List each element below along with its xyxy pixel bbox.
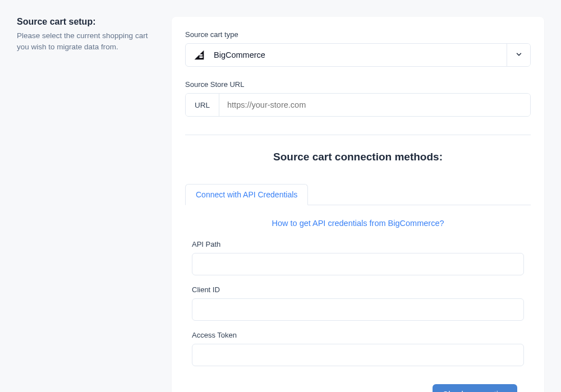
- access-token-label: Access Token: [192, 331, 524, 339]
- tab-content-api: How to get API credentials from BigComme…: [185, 205, 531, 392]
- cart-type-label: Source cart type: [185, 30, 531, 39]
- cart-type-select-main[interactable]: BigCommerce: [186, 44, 507, 66]
- cart-type-select[interactable]: BigCommerce: [185, 43, 531, 67]
- store-url-row: URL: [185, 93, 531, 117]
- api-path-label: API Path: [192, 240, 524, 248]
- tab-api-credentials[interactable]: Connect with API Credentials: [185, 184, 308, 205]
- cart-type-dropdown-toggle[interactable]: [507, 44, 530, 66]
- sidebar-description: Please select the current shopping cart …: [17, 30, 155, 52]
- client-id-label: Client ID: [192, 285, 524, 294]
- api-path-input[interactable]: [192, 253, 524, 275]
- connection-heading: Source cart connection methods:: [185, 151, 531, 163]
- setup-panel: Source cart type BigCommerce: [172, 17, 544, 392]
- check-connection-button[interactable]: Check connection: [433, 384, 517, 392]
- connection-tabs: Connect with API Credentials: [185, 183, 531, 205]
- bigcommerce-logo-icon: [194, 49, 205, 61]
- section-divider: [185, 135, 531, 135]
- sidebar-intro: Source cart setup: Please select the cur…: [17, 17, 155, 392]
- store-url-input[interactable]: [219, 94, 530, 116]
- cart-type-value: BigCommerce: [214, 50, 265, 59]
- sidebar-title: Source cart setup:: [17, 17, 155, 27]
- chevron-down-icon: [515, 50, 523, 60]
- access-token-input[interactable]: [192, 344, 524, 366]
- help-link-api-credentials[interactable]: How to get API credentials from BigComme…: [192, 219, 524, 228]
- client-id-input[interactable]: [192, 298, 524, 321]
- store-url-prefix: URL: [186, 94, 219, 116]
- store-url-label: Source Store URL: [185, 80, 531, 89]
